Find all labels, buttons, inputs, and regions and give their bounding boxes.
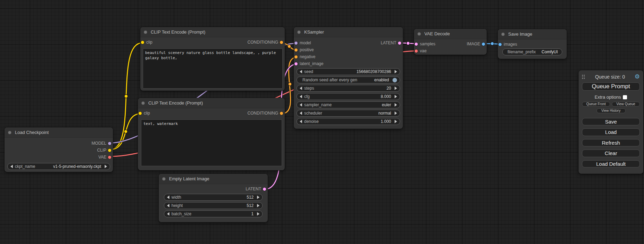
collapse-dot-icon[interactable] <box>417 32 421 36</box>
node-title-bar[interactable]: VAE Decode <box>414 29 487 39</box>
decrement-arrow-icon[interactable] <box>167 212 169 216</box>
decrement-arrow-icon[interactable] <box>300 87 302 90</box>
node-title: CLIP Text Encode (Prompt) <box>151 29 205 35</box>
refresh-button[interactable]: Refresh <box>582 139 640 147</box>
collapse-dot-icon[interactable] <box>144 30 147 34</box>
increment-arrow-icon[interactable] <box>395 87 397 90</box>
clear-button[interactable]: Clear <box>582 150 640 157</box>
clip-output-slot: CLIP <box>5 147 113 154</box>
decrement-arrow-icon[interactable] <box>167 196 169 199</box>
node-title-bar[interactable]: CLIP Text Encode (Prompt) <box>138 98 285 108</box>
node-clip-text-encode-negative: CLIP Text Encode (Prompt) clip CONDITION… <box>138 98 285 170</box>
collapse-dot-icon[interactable] <box>141 101 145 105</box>
node-title: CLIP Text Encode (Prompt) <box>148 100 203 106</box>
decrement-arrow-icon[interactable] <box>300 120 302 123</box>
latent-output-port[interactable] <box>398 42 401 45</box>
ckpt-name-widget[interactable]: ckpt_name v1-5-pruned-emaonly.ckpt <box>7 163 110 170</box>
node-empty-latent-image: Empty Latent Image LATENT width 512 heig… <box>159 174 268 222</box>
negative-input-port[interactable] <box>294 55 298 58</box>
collapse-dot-icon[interactable] <box>162 177 166 181</box>
negative-input-slot: negative <box>294 53 403 60</box>
conditioning-output-port[interactable] <box>280 41 283 44</box>
samples-input-slot: samples IMAGE <box>414 40 487 47</box>
increment-arrow-icon[interactable] <box>105 165 107 168</box>
collapse-dot-icon[interactable] <box>297 30 301 34</box>
node-title-bar[interactable]: CLIP Text Encode (Prompt) <box>140 27 285 37</box>
model-input-port[interactable] <box>294 42 298 45</box>
latent-output-port[interactable] <box>263 188 266 191</box>
increment-arrow-icon[interactable] <box>395 103 397 107</box>
vae-input-slot: vae <box>414 47 487 54</box>
increment-arrow-icon[interactable] <box>257 204 259 207</box>
decrement-arrow-icon[interactable] <box>300 111 302 115</box>
width-widget[interactable]: width 512 <box>164 194 263 201</box>
increment-arrow-icon[interactable] <box>257 196 259 199</box>
decrement-arrow-icon[interactable] <box>300 70 302 73</box>
clip-input-slot: clip CONDITIONING <box>138 110 285 117</box>
batch-size-widget[interactable]: batch_size 1 <box>164 210 263 217</box>
extra-options-label: Extra options <box>595 94 621 100</box>
node-title: Load Checkpoint <box>15 130 49 135</box>
view-queue-button[interactable]: View Queue <box>612 102 640 107</box>
increment-arrow-icon[interactable] <box>257 212 259 216</box>
filename-prefix-widget[interactable]: filename_prefix ComfyUI <box>502 48 562 55</box>
queue-size-label: Queue size: 0 <box>585 74 635 80</box>
model-output-port[interactable] <box>108 142 111 145</box>
view-history-button[interactable]: View History <box>597 108 626 113</box>
latent-image-input-slot: latent_image <box>294 60 403 67</box>
decrement-arrow-icon[interactable] <box>167 204 169 207</box>
positive-input-slot: positive <box>294 46 403 53</box>
height-widget[interactable]: height 512 <box>164 202 263 209</box>
node-title-bar[interactable]: Load Checkpoint <box>5 127 113 138</box>
node-title: VAE Decode <box>424 31 450 36</box>
scheduler-widget[interactable]: scheduler normal <box>297 110 400 117</box>
node-ksampler: KSampler model LATENT positive negative … <box>294 27 403 129</box>
positive-input-port[interactable] <box>294 48 298 52</box>
conditioning-output-port[interactable] <box>280 112 283 115</box>
collapse-dot-icon[interactable] <box>501 33 505 36</box>
positive-prompt-textarea[interactable]: beautiful scenery nature glass bottle la… <box>143 48 283 89</box>
seed-widget[interactable]: seed 156680208700286 <box>297 68 400 75</box>
settings-gear-icon[interactable]: ⚙ <box>635 74 640 80</box>
clip-input-port[interactable] <box>139 112 142 115</box>
decrement-arrow-icon[interactable] <box>300 103 302 107</box>
extra-options-checkbox[interactable] <box>623 95 627 99</box>
vae-input-port[interactable] <box>415 49 418 53</box>
denoise-widget[interactable]: denoise 1.000 <box>297 118 400 125</box>
load-button[interactable]: Load <box>582 128 640 136</box>
samples-input-port[interactable] <box>415 43 418 46</box>
increment-arrow-icon[interactable] <box>395 70 397 73</box>
steps-widget[interactable]: steps 20 <box>297 85 400 92</box>
node-title-bar[interactable]: KSampler <box>294 27 403 37</box>
decrement-arrow-icon[interactable] <box>10 165 13 168</box>
node-title-bar[interactable]: Empty Latent Image <box>159 174 268 184</box>
load-default-button[interactable]: Load Default <box>582 160 640 168</box>
vae-output-slot: VAE <box>5 154 113 161</box>
link-clip-to-negative-clip <box>110 114 141 150</box>
queue-front-button[interactable]: Queue Front <box>582 102 610 107</box>
negative-prompt-textarea[interactable]: text, watermark <box>141 119 282 166</box>
save-button[interactable]: Save <box>582 118 640 126</box>
images-input-slot: images <box>498 41 567 48</box>
increment-arrow-icon[interactable] <box>395 120 397 123</box>
increment-arrow-icon[interactable] <box>395 95 397 98</box>
node-title-bar[interactable]: Save Image <box>498 29 567 39</box>
clip-input-port[interactable] <box>141 41 144 44</box>
clip-output-port[interactable] <box>108 149 111 152</box>
node-title: Empty Latent Image <box>169 176 209 181</box>
node-title: Save Image <box>508 31 532 37</box>
toggle-knob-icon[interactable] <box>392 78 397 82</box>
images-input-port[interactable] <box>499 43 502 46</box>
decrement-arrow-icon[interactable] <box>300 95 302 98</box>
random-seed-toggle-widget[interactable]: Random seed after every gen enabled <box>297 76 400 83</box>
collapse-dot-icon[interactable] <box>8 131 11 134</box>
increment-arrow-icon[interactable] <box>395 111 397 115</box>
latent-output-slot: LATENT <box>159 186 268 192</box>
vae-output-port[interactable] <box>108 156 111 159</box>
queue-prompt-button[interactable]: Queue Prompt <box>582 82 640 91</box>
cfg-widget[interactable]: cfg 8.000 <box>297 93 400 100</box>
image-output-port[interactable] <box>482 43 485 46</box>
sampler-name-widget[interactable]: sampler_name euler <box>297 101 400 108</box>
drag-handle-icon[interactable] <box>582 75 585 79</box>
latent-image-input-port[interactable] <box>294 62 298 65</box>
